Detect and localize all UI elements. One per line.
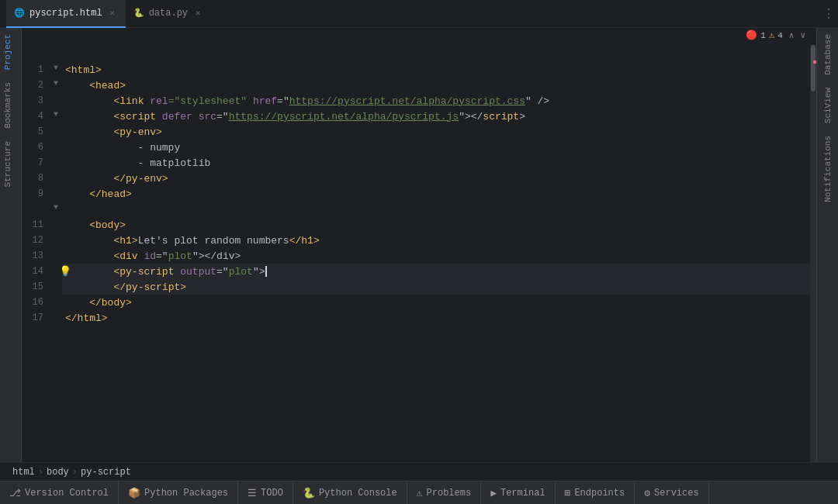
status-python-packages[interactable]: 📦 Python Packages <box>119 482 238 504</box>
problems-icon: ⚠ <box>417 487 423 499</box>
status-bar: ⎇ Version Control 📦 Python Packages ☰ TO… <box>0 481 838 504</box>
status-label-version-control: Version Control <box>25 488 109 499</box>
fold-icon-html[interactable]: ▼ <box>50 60 62 76</box>
services-icon: ⚙ <box>644 487 650 499</box>
tag-head-open: <head> <box>89 80 126 91</box>
sidebar-item-sciview[interactable]: SciView <box>820 81 836 129</box>
code-line-empty <box>62 47 810 62</box>
status-python-console[interactable]: 🐍 Python Console <box>293 482 407 504</box>
line-numbers: 1 2 3 4 5 6 7 8 9 11 12 13 14 15 16 17 <box>22 45 50 462</box>
tab-label-pyscript: pyscript.html <box>29 8 102 19</box>
html-file-icon: 🌐 <box>14 8 25 19</box>
code-line-9: </head> <box>62 186 810 202</box>
scrollbar-thumb[interactable] <box>811 45 815 91</box>
version-control-icon: ⎇ <box>9 487 21 499</box>
nav-down-arrow[interactable]: ∨ <box>800 30 805 40</box>
todo-icon: ☰ <box>248 487 257 499</box>
code-line-13: <div id =" plot "></div> <box>62 248 810 264</box>
right-tool-panel: Database SciView Notifications <box>816 28 838 462</box>
nav-up-arrow[interactable]: ∧ <box>789 30 795 40</box>
tab-close-datapy[interactable]: ✕ <box>192 8 203 19</box>
code-line-15: </py-script> <box>62 279 810 295</box>
python-console-icon: 🐍 <box>303 487 315 499</box>
status-endpoints[interactable]: ⊞ Endpoints <box>556 482 635 504</box>
breadcrumb-sep-1: › <box>38 467 43 478</box>
code-line-11: <body> <box>62 217 810 233</box>
status-todo[interactable]: ☰ TODO <box>238 482 293 504</box>
sidebar-item-notifications[interactable]: Notifications <box>820 129 836 209</box>
fold-icon-pyenv[interactable]: ▼ <box>50 107 62 123</box>
error-count: 1 <box>760 31 766 40</box>
code-line-12: <h1> Let's plot random numbers </h1> <box>62 233 810 248</box>
code-line-7: - matplotlib <box>62 155 810 171</box>
warning-icon: ⚠ <box>769 29 774 41</box>
error-marker-1 <box>813 60 816 64</box>
sidebar-item-database[interactable]: Database <box>820 28 836 81</box>
endpoints-icon: ⊞ <box>565 487 571 499</box>
tab-close-pyscript[interactable]: ✕ <box>107 8 118 19</box>
python-packages-icon: 📦 <box>128 487 140 499</box>
fold-icon-body[interactable]: ▼ <box>50 200 62 216</box>
text-cursor <box>265 266 267 277</box>
sidebar-item-bookmarks[interactable]: Bookmarks <box>0 76 21 134</box>
tab-overflow-button[interactable]: ⋮ <box>822 6 835 22</box>
fold-icon-head[interactable]: ▼ <box>50 76 62 91</box>
code-area[interactable]: <html> <head> <link rel ="stylesheet" hr… <box>62 45 810 462</box>
status-label-services: Services <box>654 488 699 499</box>
terminal-icon: ▶ <box>490 487 497 499</box>
sidebar-item-project[interactable]: Project <box>0 28 21 76</box>
error-icon: 🔴 <box>746 29 757 41</box>
code-editor[interactable]: 1 2 3 4 5 6 7 8 9 11 12 13 14 15 16 17 ▼ <box>22 45 816 462</box>
code-line-8: </py-env> <box>62 171 810 186</box>
code-line-17: </html> <box>62 310 810 326</box>
fold-gutter: ▼ ▼ ▼ ▼ <box>50 45 62 462</box>
py-file-icon: 🐍 <box>133 8 144 19</box>
status-label-python-console: Python Console <box>319 488 397 499</box>
error-indicator: 🔴 1 ⚠ 4 ∧ ∨ <box>741 28 810 43</box>
status-terminal[interactable]: ▶ Terminal <box>481 482 555 504</box>
tab-data-py[interactable]: 🐍 data.py ✕ <box>126 0 211 28</box>
tab-label-datapy: data.py <box>149 8 188 19</box>
breadcrumb-html[interactable]: html <box>12 467 35 478</box>
code-line-10 <box>62 202 810 217</box>
left-tool-panel: Project Bookmarks Structure <box>0 28 22 462</box>
scrollbar-track[interactable] <box>810 45 816 462</box>
code-line-1: <html> <box>62 62 810 78</box>
sidebar-item-structure[interactable]: Structure <box>0 135 21 193</box>
status-label-todo: TODO <box>261 488 283 499</box>
status-label-terminal: Terminal <box>500 488 545 499</box>
bulb-icon[interactable]: 💡 <box>62 265 71 278</box>
tab-bar: 🌐 pyscript.html ✕ 🐍 data.py ✕ ⋮ <box>0 0 838 28</box>
status-label-problems: Problems <box>427 488 472 499</box>
breadcrumb-pyscript[interactable]: py-script <box>81 467 131 478</box>
code-line-3: <link rel ="stylesheet" href =" https://… <box>62 93 810 109</box>
status-services[interactable]: ⚙ Services <box>635 482 708 504</box>
breadcrumb-bar: html › body › py-script <box>0 462 838 481</box>
code-line-4: <script defer src =" https://pyscript.ne… <box>62 109 810 124</box>
code-line-2: <head> <box>62 78 810 93</box>
tab-pyscript-html[interactable]: 🌐 pyscript.html ✕ <box>6 0 126 28</box>
status-label-python-packages: Python Packages <box>144 488 228 499</box>
status-problems[interactable]: ⚠ Problems <box>407 482 481 504</box>
breadcrumb-body[interactable]: body <box>47 467 69 478</box>
indent-2 <box>65 80 89 91</box>
code-line-16: </body> <box>62 295 810 310</box>
code-line-5: <py-env> <box>62 124 810 140</box>
warning-count: 4 <box>777 31 783 40</box>
code-line-6: - numpy <box>62 140 810 155</box>
tag-html-open: <html> <box>65 64 102 76</box>
status-version-control[interactable]: ⎇ Version Control <box>0 482 119 504</box>
breadcrumb-sep-2: › <box>72 467 78 478</box>
editor-container: 🔴 1 ⚠ 4 ∧ ∨ 1 2 3 4 5 6 7 8 9 11 <box>22 28 816 462</box>
status-label-endpoints: Endpoints <box>574 488 625 499</box>
main-area: Project Bookmarks Structure 🔴 1 ⚠ 4 ∧ ∨ … <box>0 28 838 462</box>
code-line-14: 💡 <py-script output =" plot "> <box>62 264 810 279</box>
